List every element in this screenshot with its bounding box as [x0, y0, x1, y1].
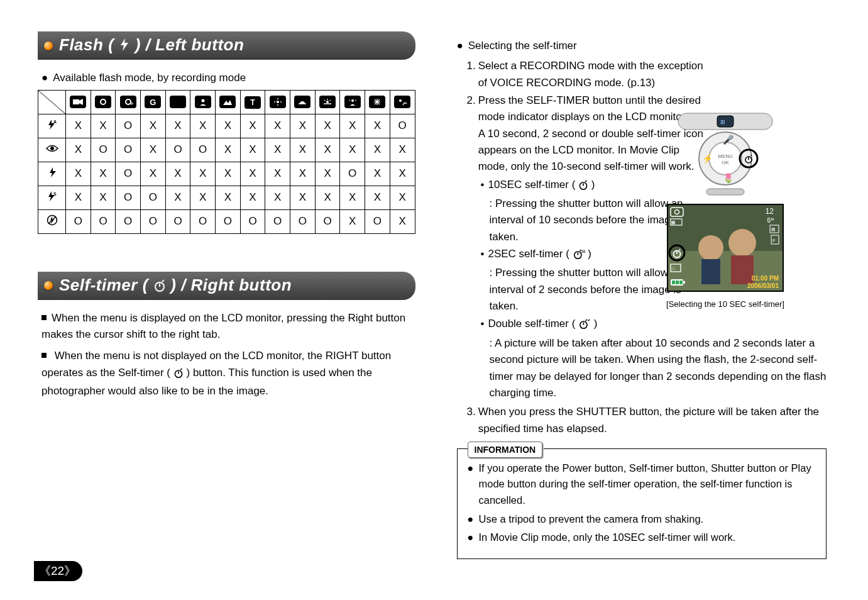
mode-icon-beach: [394, 96, 410, 108]
svg-point-46: [709, 142, 742, 175]
flash-cell: O: [290, 209, 316, 233]
svg-rect-64: [671, 208, 683, 216]
mode-icon-closeup: [270, 96, 286, 108]
flash-cell: O: [216, 209, 241, 233]
flash-cell: O: [91, 138, 116, 162]
timer-double-icon: [578, 318, 591, 334]
mode-icon-fireworks: [369, 96, 385, 108]
svg-text:▤: ▤: [771, 227, 776, 231]
svg-text:□: □: [672, 266, 675, 270]
flash-cell: O: [141, 209, 166, 233]
svg-rect-62: [701, 259, 720, 284]
svg-point-77: [679, 249, 680, 250]
flash-cell: X: [66, 138, 91, 162]
svg-point-7: [326, 101, 329, 103]
flash-cell: X: [365, 114, 390, 138]
svg-text:S: S: [53, 192, 57, 196]
info-item: ●In Movie Clip mode, only the 10SEC self…: [468, 530, 816, 546]
table-row: OOOOOOOOOOOXOX: [38, 209, 415, 233]
flash-cell: X: [216, 162, 241, 186]
flash-cell: O: [141, 186, 166, 209]
svg-rect-42: [678, 113, 772, 130]
flash-row-icon-flash-auto: A: [38, 114, 66, 138]
svg-point-5: [201, 99, 204, 102]
flash-cell: X: [190, 162, 216, 186]
information-label: INFORMATION: [468, 442, 543, 458]
flash-row-icon-redeye: [38, 138, 66, 162]
mode-icon-auto: [95, 96, 111, 108]
svg-line-39: [586, 319, 587, 320]
flash-cell: X: [240, 138, 265, 162]
svg-rect-66: [671, 219, 682, 225]
svg-rect-82: [672, 281, 675, 284]
table-row: XXOXXXXXXXXOXX: [38, 162, 415, 186]
mode-icon-program: P: [120, 96, 136, 108]
flash-row-icon-flash-off: [38, 209, 66, 233]
flash-cell: X: [216, 114, 241, 138]
flash-cell: X: [315, 162, 340, 186]
flash-cell: X: [66, 186, 91, 209]
flash-cell: X: [265, 186, 290, 209]
heading-flash-text-post: ) / Left button: [135, 35, 244, 54]
flash-cell: O: [116, 138, 141, 162]
svg-rect-43: [717, 116, 733, 127]
table-row: AXXOXXXXXXXXXXO: [38, 114, 415, 138]
svg-point-49: [740, 150, 757, 167]
table-row: XOOXOOXXXXXXXX: [38, 138, 415, 162]
mode-icon-landscape: [219, 96, 236, 108]
flash-cell: O: [165, 138, 190, 162]
info-item: ●If you operate the Power button, Self-t…: [468, 460, 816, 509]
svg-rect-81: [683, 281, 685, 284]
svg-rect-70: [770, 225, 779, 233]
svg-text:⊞: ⊞: [720, 119, 725, 125]
svg-text:12: 12: [766, 207, 774, 216]
flash-cell: X: [315, 186, 340, 209]
svg-rect-56: [706, 189, 744, 195]
heading-dot-icon: [44, 42, 53, 50]
flash-cell: X: [66, 162, 91, 186]
svg-point-74: [669, 245, 684, 260]
heading-selftimer-pre: Self-timer (: [59, 275, 153, 294]
svg-line-22: [163, 280, 164, 281]
svg-text:▦: ▦: [671, 220, 676, 225]
svg-rect-63: [731, 255, 754, 284]
flash-cell: X: [290, 186, 316, 209]
svg-rect-59: [668, 251, 783, 291]
svg-text:OK: OK: [722, 160, 729, 165]
svg-text:P: P: [131, 102, 133, 106]
flash-cell: X: [265, 138, 290, 162]
flash-cell: O: [116, 186, 141, 209]
svg-point-2: [101, 99, 106, 104]
svg-point-61: [728, 229, 756, 257]
svg-point-8: [351, 99, 354, 102]
svg-point-75: [674, 251, 681, 258]
flash-cell: X: [290, 162, 316, 186]
flash-cell: X: [315, 114, 340, 138]
flash-icon: [119, 36, 130, 56]
svg-point-6: [277, 101, 279, 103]
flash-cell: X: [91, 186, 116, 209]
heading-selftimer-post: ) / Right button: [170, 275, 292, 294]
flash-mode-table: P G T: [38, 90, 415, 234]
svg-rect-83: [676, 281, 679, 284]
mode-icon-night: [170, 96, 186, 108]
flash-cell: O: [116, 162, 141, 186]
flash-cell: X: [265, 114, 290, 138]
available-flash-bullet: ● Available flash mode, by recording mod…: [41, 70, 415, 86]
svg-rect-1: [73, 99, 79, 104]
svg-text:A: A: [53, 119, 57, 124]
flash-cell: X: [165, 186, 190, 209]
flash-cell: X: [340, 114, 365, 138]
flash-cell: X: [141, 138, 166, 162]
svg-point-15: [50, 147, 54, 150]
flash-cell: X: [91, 162, 116, 186]
flash-cell: O: [190, 138, 216, 162]
svg-text:⚡: ⚡: [702, 153, 713, 164]
flash-cell: X: [91, 114, 116, 138]
mode-icon-dawn: [319, 96, 336, 108]
flash-cell: O: [265, 209, 290, 233]
flash-cell: O: [66, 209, 91, 233]
camera-dial-illustration: ⊞ MENU OK ⚡ 🎤 🌷: [672, 108, 779, 196]
heading-flash: Flash ( ) / Left button: [38, 31, 415, 60]
svg-text:6ᴹ: 6ᴹ: [767, 217, 774, 224]
